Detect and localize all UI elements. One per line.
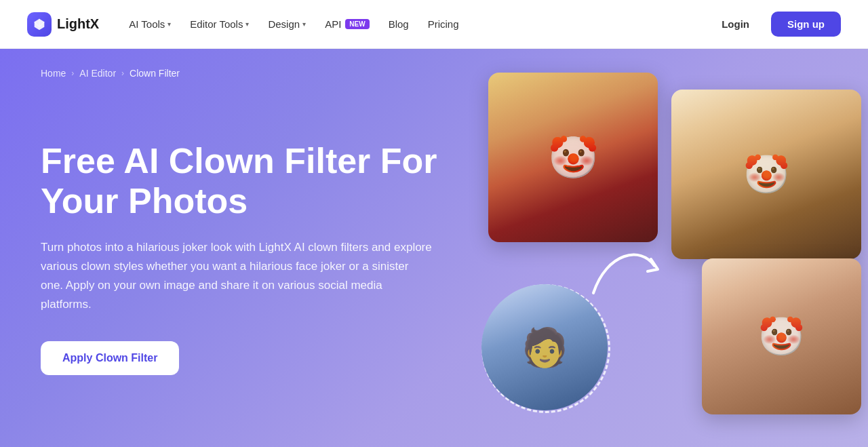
logo-text: LightX: [57, 16, 99, 32]
clown-image-2: [671, 90, 861, 259]
hero-content: Free AI Clown Filter For Your Photos Tur…: [41, 121, 502, 376]
nav-item-api[interactable]: API NEW: [317, 13, 378, 35]
breadcrumb-ai-editor[interactable]: AI Editor: [79, 68, 116, 79]
breadcrumb: Home › AI Editor › Clown Filter: [41, 68, 180, 79]
nav-links: AI Tools ▾ Editor Tools ▾ Design ▾ API N…: [121, 13, 711, 35]
breadcrumb-separator-2: ›: [121, 69, 124, 78]
nav-right: Login Sign up: [711, 12, 841, 37]
nav-item-design[interactable]: Design ▾: [260, 13, 314, 35]
breadcrumb-current: Clown Filter: [130, 68, 180, 79]
hero-description: Turn photos into a hilarious joker look …: [41, 238, 434, 314]
chevron-down-icon: ▾: [302, 20, 306, 28]
chevron-down-icon: ▾: [167, 20, 171, 28]
hero-title: Free AI Clown Filter For Your Photos: [41, 141, 502, 222]
navbar: LightX AI Tools ▾ Editor Tools ▾ Design …: [0, 0, 868, 49]
nav-item-blog[interactable]: Blog: [380, 13, 417, 35]
login-button[interactable]: Login: [711, 13, 760, 35]
clown-image-3: [702, 258, 861, 414]
original-person-content: [481, 284, 608, 410]
signup-button[interactable]: Sign up: [771, 12, 841, 37]
clown-image-1-content: [488, 73, 658, 242]
logo-icon: [27, 12, 52, 37]
hero-section: Home › AI Editor › Clown Filter Free AI …: [0, 49, 868, 447]
hero-images: [475, 49, 868, 447]
logo[interactable]: LightX: [27, 12, 99, 37]
nav-item-editor-tools[interactable]: Editor Tools ▾: [182, 13, 257, 35]
nav-item-ai-tools[interactable]: AI Tools ▾: [121, 13, 179, 35]
original-image-inner: [481, 284, 608, 410]
clown-image-2-content: [671, 90, 861, 259]
chevron-down-icon: ▾: [245, 20, 249, 28]
apply-clown-filter-button[interactable]: Apply Clown Filter: [41, 341, 179, 375]
breadcrumb-home[interactable]: Home: [41, 68, 66, 79]
breadcrumb-separator-1: ›: [71, 69, 74, 78]
clown-image-3-content: [702, 258, 861, 414]
nav-item-pricing[interactable]: Pricing: [420, 13, 467, 35]
clown-image-1: [488, 73, 658, 242]
original-person-image: [481, 284, 610, 413]
